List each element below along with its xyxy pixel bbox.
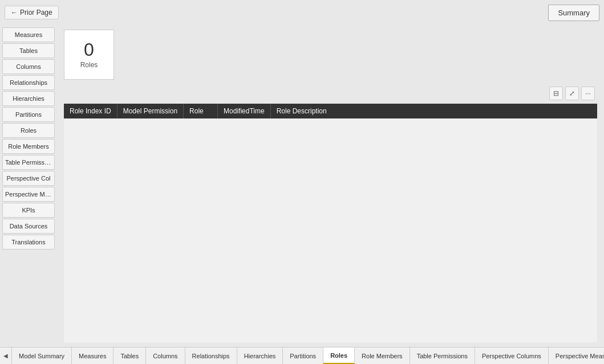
column-header-role-description: Role Description	[271, 104, 333, 118]
back-label: Prior Page	[20, 9, 52, 17]
bottom-tab-measures[interactable]: Measures	[72, 347, 113, 364]
empty-area	[64, 118, 597, 342]
bottom-tab-model-summary[interactable]: Model Summary	[12, 347, 72, 364]
bottom-tab-columns[interactable]: Columns	[146, 347, 185, 364]
roles-label: Roles	[80, 61, 98, 69]
bottom-tab-roles[interactable]: Roles	[323, 347, 355, 364]
toolbar-icons: ⊟ ⤢ ···	[64, 87, 597, 100]
sidebar-item-table-permissions[interactable]: Table Permissions	[2, 155, 55, 170]
back-arrow-icon: ←	[11, 9, 18, 17]
sidebar-item-role-members[interactable]: Role Members	[2, 139, 55, 154]
bottom-tab-perspective-columns[interactable]: Perspective Columns	[475, 347, 549, 364]
sidebar-item-hierarchies[interactable]: Hierarchies	[2, 91, 55, 106]
column-header-model-permission: Model Permission	[117, 104, 184, 118]
expand-icon[interactable]: ⤢	[565, 87, 579, 100]
sidebar-item-relationships[interactable]: Relationships	[2, 75, 55, 90]
more-icon[interactable]: ···	[581, 87, 595, 100]
sidebar-item-roles[interactable]: Roles	[2, 123, 55, 138]
bottom-tab-partitions[interactable]: Partitions	[283, 347, 323, 364]
bottom-tabs: ◀ Model SummaryMeasuresTablesColumnsRela…	[0, 347, 604, 364]
column-header-role: Role	[184, 104, 218, 118]
roles-count: 0	[84, 40, 94, 59]
sidebar-item-tables[interactable]: Tables	[2, 43, 55, 58]
bottom-tab-tables[interactable]: Tables	[113, 347, 146, 364]
bottom-tab-relationships[interactable]: Relationships	[185, 347, 237, 364]
table-header: Role Index IDModel PermissionRoleModifie…	[64, 104, 597, 118]
sidebar-item-measures[interactable]: Measures	[2, 27, 55, 42]
sidebar-item-data-sources[interactable]: Data Sources	[2, 219, 55, 234]
sidebar: MeasuresTablesColumnsRelationshipsHierar…	[0, 25, 57, 347]
bottom-tab-role-members[interactable]: Role Members	[355, 347, 410, 364]
column-header-role-index-id: Role Index ID	[64, 104, 117, 118]
sidebar-item-kpis[interactable]: KPIs	[2, 203, 55, 218]
sidebar-item-columns[interactable]: Columns	[2, 59, 55, 74]
sidebar-item-perspective-col[interactable]: Perspective Col	[2, 171, 55, 186]
bottom-tab-perspective-measures[interactable]: Perspective Measures	[549, 347, 604, 364]
sidebar-item-partitions[interactable]: Partitions	[2, 107, 55, 122]
column-header-modified-time: ModifiedTime	[218, 104, 271, 118]
sidebar-item-perspective-measures[interactable]: Perspective Measures	[2, 187, 55, 202]
tab-scroll-left[interactable]: ◀	[0, 347, 12, 364]
content-area: 0 Roles ⊟ ⤢ ··· Role Index IDModel Permi…	[57, 25, 604, 347]
main-area: MeasuresTablesColumnsRelationshipsHierar…	[0, 25, 604, 347]
sidebar-item-translations[interactable]: Translations	[2, 235, 55, 250]
roles-card: 0 Roles	[64, 30, 114, 80]
bottom-tab-hierarchies[interactable]: Hierarchies	[237, 347, 283, 364]
back-button[interactable]: ← Prior Page	[5, 6, 59, 19]
summary-button[interactable]: Summary	[548, 5, 599, 21]
top-bar: ← Prior Page Summary	[0, 0, 604, 25]
bottom-tab-table-permissions[interactable]: Table Permissions	[410, 347, 475, 364]
filter-icon[interactable]: ⊟	[549, 87, 563, 100]
